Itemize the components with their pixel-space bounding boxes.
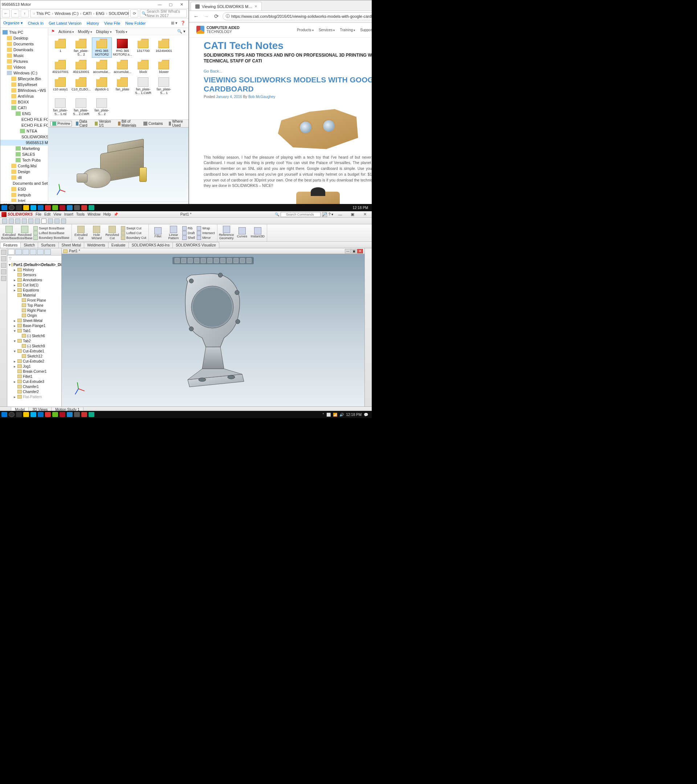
- hud-icon[interactable]: [214, 258, 219, 263]
- qat-icon[interactable]: [61, 219, 66, 224]
- fm-filter[interactable]: ▽: [7, 255, 61, 261]
- app-icon[interactable]: [59, 205, 65, 210]
- reference-geometry-button[interactable]: Reference Geometry: [220, 226, 234, 240]
- swept-cut-button[interactable]: Swept Cut: [121, 226, 146, 231]
- ribbon-tab[interactable]: Sketch: [20, 242, 38, 248]
- file-item[interactable]: 1317700: [133, 37, 153, 58]
- app-icon[interactable]: [89, 412, 94, 417]
- file-item[interactable]: c10 assy1: [51, 76, 71, 96]
- app-icon[interactable]: [52, 205, 58, 210]
- instant3d-button[interactable]: Instant3D: [251, 227, 265, 238]
- new-icon[interactable]: [2, 219, 7, 224]
- wrap-button[interactable]: Wrap: [197, 226, 215, 231]
- hud-icon[interactable]: [227, 258, 232, 263]
- file-item[interactable]: fan_plate-S... 1: [154, 76, 174, 96]
- side-icon[interactable]: [1, 256, 6, 261]
- ribbon-tab[interactable]: SOLIDWORKS Visualize: [173, 242, 219, 248]
- tree-node[interactable]: CATI: [0, 105, 48, 111]
- tree-node[interactable]: inetpub: [0, 192, 48, 198]
- tray-icon[interactable]: ⬜: [326, 413, 331, 417]
- tree-node[interactable]: This PC: [0, 30, 48, 35]
- tree-node[interactable]: $SysReset: [0, 82, 48, 87]
- fm-node[interactable]: ▾Tab2: [7, 338, 61, 343]
- preview-viewport[interactable]: [48, 127, 188, 202]
- close-button[interactable]: ✕: [176, 2, 187, 7]
- search-go-icon[interactable]: 🔎: [322, 212, 327, 217]
- app-icon[interactable]: [89, 205, 94, 210]
- ribbon-tab[interactable]: Sheet Metal: [58, 242, 84, 248]
- menu-item[interactable]: Help: [104, 212, 111, 216]
- extruded-cut-button[interactable]: Extruded Cut: [74, 226, 88, 240]
- fm-config-tab[interactable]: [23, 249, 29, 255]
- taskbar-lower[interactable]: ˄ ⬜ 📶 🔊 12:18 PM 💬: [0, 411, 372, 418]
- hud-icon[interactable]: [181, 258, 186, 263]
- revolved-cut-button[interactable]: Revolved Cut: [105, 226, 119, 240]
- file-item[interactable]: accumulat...: [92, 58, 112, 75]
- print-icon[interactable]: [22, 219, 27, 224]
- hud-icon[interactable]: [234, 258, 239, 263]
- boundary-cut-button[interactable]: Boundary Cut: [121, 236, 146, 240]
- data-card-tab[interactable]: Data Card: [74, 119, 91, 128]
- where-used-tab[interactable]: Where Used: [167, 119, 186, 128]
- info-icon[interactable]: ⓘ: [226, 13, 230, 19]
- outlook-icon[interactable]: [38, 412, 44, 417]
- nav-item[interactable]: Products: [297, 28, 314, 32]
- sw-close[interactable]: ✕: [359, 212, 370, 217]
- sw-search-input[interactable]: [281, 212, 321, 217]
- start-icon[interactable]: [2, 205, 7, 210]
- skype-icon[interactable]: [30, 412, 36, 417]
- site-logo[interactable]: COMPUTER AIDEDTECHNOLOGY: [196, 26, 240, 34]
- tree-node[interactable]: Config.Msi: [0, 163, 48, 169]
- help-icon[interactable]: ❓: [180, 21, 186, 25]
- fm-node[interactable]: Break-Corner1: [7, 369, 61, 374]
- author-link[interactable]: Bob McGaughey: [248, 95, 275, 99]
- bom-tab[interactable]: Bill of Materials: [116, 119, 140, 128]
- tree-node[interactable]: Tech Pubs: [0, 157, 48, 163]
- modify-menu[interactable]: Modify: [78, 30, 92, 34]
- hud-icon[interactable]: [247, 258, 252, 263]
- file-item[interactable]: fan_plate-S... 1.rsl: [51, 97, 71, 117]
- post-date-link[interactable]: January 4, 2016: [216, 95, 242, 99]
- ribbon-tab[interactable]: SOLIDWORKS Add-Ins: [129, 242, 173, 248]
- taskview-icon[interactable]: [16, 412, 22, 417]
- cortana-icon[interactable]: [9, 205, 15, 210]
- open-icon[interactable]: [9, 219, 14, 224]
- file-item[interactable]: fan_plate-S... 2: [92, 97, 112, 117]
- app-icon[interactable]: [74, 412, 80, 417]
- menu-item[interactable]: Tools: [76, 212, 85, 216]
- lofted-boss-button[interactable]: Lofted Boss/Base: [33, 231, 69, 235]
- hud-icon[interactable]: [220, 258, 226, 263]
- tree-node[interactable]: Intel: [0, 198, 48, 202]
- tree-node[interactable]: $Windows.~WS: [0, 87, 48, 93]
- sw-viewport[interactable]: Part1 * — ▣ ✕: [62, 248, 364, 407]
- search-icon[interactable]: 🔍 ▾: [177, 29, 186, 34]
- sw-task-icon[interactable]: [45, 205, 51, 210]
- fm-extra-tab[interactable]: [44, 249, 51, 255]
- hud-icon[interactable]: [194, 258, 199, 263]
- redo-icon[interactable]: [35, 219, 40, 224]
- hud-icon[interactable]: [207, 258, 213, 263]
- organize-menu[interactable]: Organize ▾: [3, 21, 23, 25]
- tray-volume-icon[interactable]: 🔊: [339, 413, 344, 417]
- actions-menu[interactable]: Actions: [58, 30, 74, 34]
- tree-node[interactable]: Documents and Settings: [0, 180, 48, 186]
- fm-display-tab[interactable]: [37, 249, 44, 255]
- file-item[interactable]: C10_ELBO...: [71, 76, 91, 96]
- fm-node[interactable]: ▸Cut list(1): [7, 282, 61, 287]
- tree-node[interactable]: 95656513 Motor: [0, 140, 48, 145]
- intersect-button[interactable]: Intersect: [197, 231, 215, 235]
- tree-node[interactable]: Videos: [0, 64, 48, 70]
- sw-minimize[interactable]: —: [335, 212, 346, 217]
- file-grid[interactable]: 1fan_plate-S... 2#HG 365 MOTOR2#HG 365 M…: [48, 35, 188, 119]
- ribbon-tab[interactable]: Features: [0, 242, 21, 248]
- tree-node[interactable]: NTEA: [0, 128, 48, 134]
- app-icon[interactable]: [67, 412, 73, 417]
- sw-help-icon[interactable]: ? ▾: [328, 212, 333, 216]
- new-folder-button[interactable]: New Folder: [125, 21, 145, 25]
- browser-back[interactable]: ←: [192, 13, 200, 19]
- fm-node[interactable]: (-) Sketch6: [7, 333, 61, 338]
- fm-node[interactable]: ▾Cut-Extrude1: [7, 348, 61, 354]
- rib-button[interactable]: Rib: [182, 226, 195, 231]
- fm-node[interactable]: Origin: [7, 313, 61, 318]
- app-icon[interactable]: [81, 205, 87, 210]
